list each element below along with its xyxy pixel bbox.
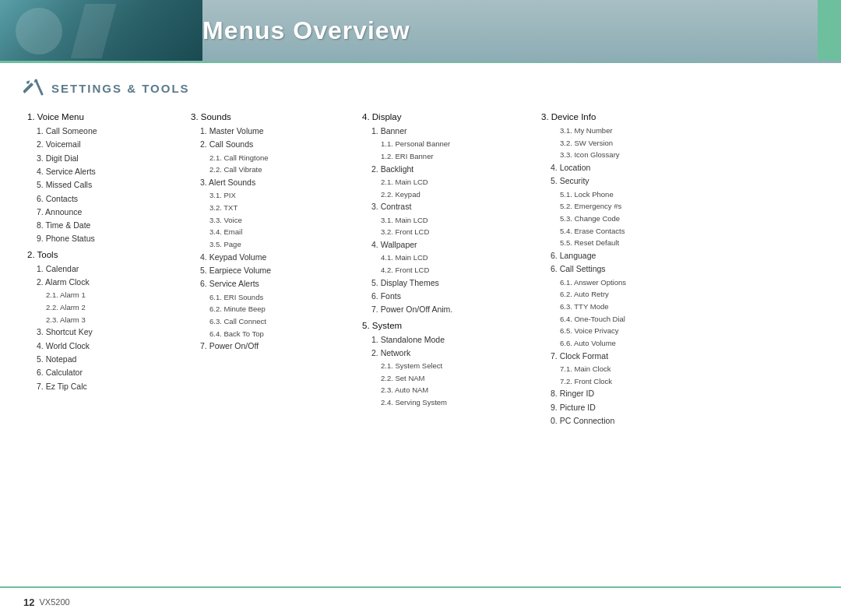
list-item: 3. Alert Sounds: [191, 176, 354, 189]
list-item: 2.3. Alarm 3: [27, 314, 183, 326]
list-item: 2.2. Keypad: [362, 188, 533, 201]
list-item: 6. Service Alerts: [191, 277, 354, 290]
column-3: 4. Display 1. Banner 1.1. Personal Banne…: [358, 110, 537, 428]
list-item: 0. PC Connection: [541, 414, 728, 428]
list-item: 2.4. Serving System: [362, 396, 533, 409]
list-item: 1.2. ERI Banner: [362, 150, 533, 163]
list-item: 5.4. Erase Contacts: [541, 225, 728, 238]
list-item: 2. Voicemail: [27, 138, 183, 151]
list-item: 4. World Clock: [27, 340, 183, 353]
list-item: 4. Display: [362, 110, 533, 125]
list-item: 3. Digit Dial: [27, 152, 183, 165]
list-item: 6. Contacts: [27, 192, 183, 206]
list-item: 7. Announce: [27, 206, 183, 219]
list-item: 3.5. Page: [191, 238, 354, 251]
list-item: 5. Missed Calls: [27, 178, 183, 192]
list-item: 6. Call Settings: [541, 262, 728, 276]
page-title: Menus Overview: [202, 16, 410, 45]
list-item: 3. Device Info: [541, 110, 728, 125]
list-item: 2.2. Call Vibrate: [191, 164, 354, 176]
list-item: 1.1. Personal Banner: [362, 138, 533, 150]
section-title: SETTINGS & TOOLS: [51, 82, 190, 95]
column-2: 3. Sounds 1. Master Volume 2. Call Sound…: [187, 110, 358, 428]
list-item: 6.4. One-Touch Dial: [541, 313, 728, 326]
list-item: 3.3. Icon Glossary: [541, 149, 728, 161]
list-item: 2.1. Alarm 1: [27, 289, 183, 301]
list-item: 2. Alarm Clock: [27, 276, 183, 289]
list-item: 2. Network: [362, 347, 533, 360]
list-item: 6.4. Back To Top: [191, 328, 354, 340]
list-item: 4. Location: [541, 161, 728, 174]
list-item: 8. Ringer ID: [541, 387, 728, 400]
list-item: 2.1. Call Ringtone: [191, 152, 354, 164]
list-item: 2.1. System Select: [362, 360, 533, 372]
list-item: 6.2. Minute Beep: [191, 303, 354, 315]
list-item: 7.2. Front Clock: [541, 375, 728, 388]
list-item: 8. Time & Date: [27, 219, 183, 232]
list-item: 3.2. SW Version: [541, 137, 728, 150]
list-item: 5. Earpiece Volume: [191, 264, 354, 277]
list-item: 3. Sounds: [191, 110, 354, 125]
list-item: 5.2. Emergency #s: [541, 200, 728, 213]
list-item: 6.3. TTY Mode: [541, 301, 728, 313]
list-item: 4. Keypad Volume: [191, 251, 354, 264]
page-header: Menus Overview: [0, 0, 841, 61]
list-item: 4.2. Front LCD: [362, 264, 533, 276]
section-header: SETTINGS & TOOLS: [23, 77, 818, 99]
list-item: 2. Backlight: [362, 163, 533, 176]
list-item: 4. Wallpaper: [362, 238, 533, 252]
tools-icon: [23, 77, 45, 99]
list-item: 7. Power On/Off: [191, 340, 354, 353]
list-item: 4.1. Main LCD: [362, 252, 533, 264]
list-item: 5.1. Lock Phone: [541, 188, 728, 201]
header-image: [0, 0, 202, 61]
list-item: 3.1. My Number: [541, 125, 728, 137]
list-item: 1. Master Volume: [191, 125, 354, 138]
list-item: 9. Phone Status: [27, 232, 183, 245]
column-4: 3. Device Info 3.1. My Number 3.2. SW Ve…: [537, 110, 732, 428]
list-item: 1. Calendar: [27, 262, 183, 276]
list-item: 5. System: [362, 319, 533, 333]
list-item: 3.2. TXT: [191, 202, 354, 214]
list-item: 7.1. Main Clock: [541, 363, 728, 375]
list-item: 4. Service Alerts: [27, 165, 183, 178]
list-item: 3.3. Voice: [191, 214, 354, 227]
list-item: 5. Display Themes: [362, 276, 533, 290]
list-item: 3.1. PIX: [191, 189, 354, 202]
list-item: 6.2. Auto Retry: [541, 288, 728, 301]
list-item: 2.1. Main LCD: [362, 176, 533, 188]
list-item: 6.1. Answer Options: [541, 276, 728, 289]
list-item: 1. Call Someone: [27, 125, 183, 138]
list-item: 3.2. Front LCD: [362, 226, 533, 238]
list-item: 5.3. Change Code: [541, 213, 728, 225]
list-item: 6.1. ERI Sounds: [191, 291, 354, 304]
list-item: 1. Banner: [362, 125, 533, 138]
list-item: 1. Standalone Mode: [362, 333, 533, 347]
list-item: 6. Fonts: [362, 290, 533, 303]
list-item: 7. Clock Format: [541, 350, 728, 363]
list-item: 3. Shortcut Key: [27, 326, 183, 339]
list-item: 3.4. Email: [191, 226, 354, 238]
list-item: 9. Picture ID: [541, 401, 728, 414]
list-item: 3. Contrast: [362, 200, 533, 213]
list-item: 5.5. Reset Default: [541, 237, 728, 249]
svg-line-1: [36, 80, 42, 94]
list-item: 5. Security: [541, 174, 728, 188]
list-item: 6.5. Voice Privacy: [541, 325, 728, 337]
page-footer: 12 VX5200: [0, 586, 841, 616]
model-number: VX5200: [39, 597, 69, 607]
list-item: 2.3. Auto NAM: [362, 384, 533, 396]
list-item: 7. Ez Tip Calc: [27, 380, 183, 393]
list-item: 7. Power On/Off Anim.: [362, 303, 533, 316]
list-item: 2. Call Sounds: [191, 138, 354, 151]
column-1: 1. Voice Menu 1. Call Someone 2. Voicema…: [23, 110, 187, 428]
page-number: 12: [23, 597, 34, 608]
list-item: 2.2. Set NAM: [362, 372, 533, 385]
main-content: SETTINGS & TOOLS 1. Voice Menu 1. Call S…: [0, 63, 841, 435]
list-item: 6. Calculator: [27, 366, 183, 379]
list-item: 3.1. Main LCD: [362, 214, 533, 227]
list-item: 2. Tools: [27, 248, 183, 262]
header-accent: [818, 0, 841, 61]
svg-rect-0: [23, 83, 33, 93]
content-grid: 1. Voice Menu 1. Call Someone 2. Voicema…: [23, 110, 818, 428]
